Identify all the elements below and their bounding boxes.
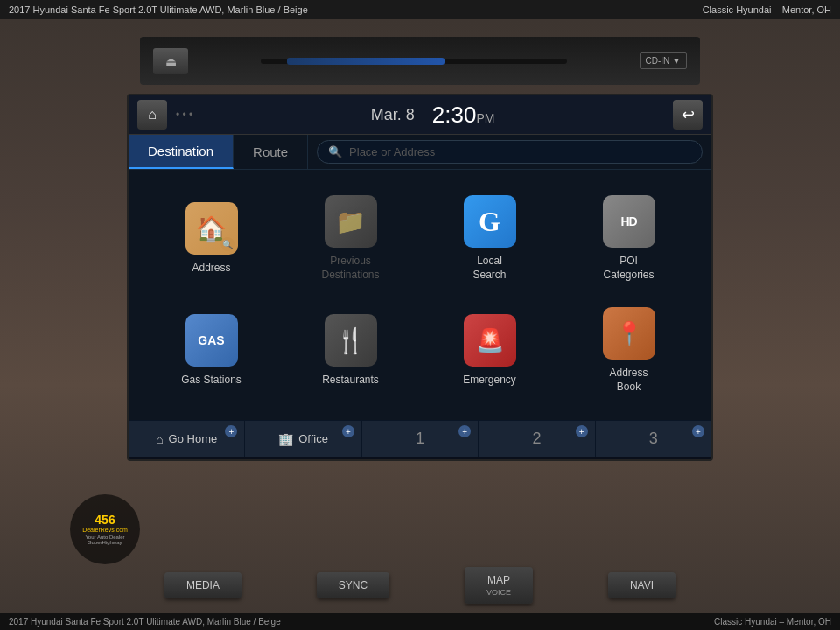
map-label: MAP [486, 574, 511, 586]
shortcut-num-3: 3 [649, 430, 658, 448]
nav-item-previous-destinations: 📁 Previous Destinations [281, 183, 420, 295]
poi-categories-icon: HD [603, 195, 655, 248]
emergency-label: Emergency [463, 374, 516, 388]
tab-route[interactable]: Route [234, 135, 308, 169]
previous-destinations-label: Previous Destinations [321, 255, 379, 282]
top-info-bar: 2017 Hyundai Santa Fe Sport 2.0T Ulitima… [0, 0, 840, 19]
clock-time: 2:30PM [432, 102, 495, 129]
clock-area: Mar. 8 2:30PM [201, 102, 664, 129]
bottom-info-bar: 2017 Hyundai Santa Fe Sport 2.0T Ulitima… [0, 612, 840, 630]
go-home-label: Go Home [169, 432, 218, 445]
navigation-grid: 🏠 🔍 Address 📁 Previous Destinations G Lo… [129, 170, 711, 420]
nav-item-emergency[interactable]: 🚨 Emergency [420, 295, 559, 407]
restaurants-icon: 🍴 [325, 314, 377, 367]
car-info-left: 2017 Hyundai Santa Fe Sport 2.0T Ulitima… [9, 4, 308, 15]
address-icon: 🏠 🔍 [186, 202, 238, 255]
dealer-nums: 456 [94, 513, 115, 527]
voice-label: VOICE [486, 588, 511, 597]
nav-item-restaurants[interactable]: 🍴 Restaurants [281, 295, 420, 407]
dealership-info: Classic Hyundai – Mentor, OH [703, 4, 831, 15]
sync-button[interactable]: SYNC [317, 572, 389, 598]
eject-button[interactable]: ⏏ [153, 48, 188, 74]
shortcut-1-plus[interactable]: + [458, 425, 471, 438]
bottom-controls: MEDIA SYNC MAP VOICE NAVI [127, 567, 713, 604]
media-button[interactable]: MEDIA [164, 572, 242, 598]
search-box: 🔍 Place or Address [308, 135, 711, 169]
screen-topbar: ⌂ • • • Mar. 8 2:30PM ↩ [129, 95, 711, 135]
restaurants-label: Restaurants [322, 374, 379, 388]
dealer-tagline: Your Auto Dealer SuperHighway [70, 533, 140, 547]
shortcut-num-2: 2 [532, 430, 541, 448]
address-book-label: Address Book [609, 367, 648, 394]
navi-button[interactable]: NAVI [608, 572, 676, 598]
shortcut-3-plus[interactable]: + [692, 425, 704, 438]
local-search-icon: G [464, 195, 516, 248]
back-button[interactable]: ↩ [673, 100, 703, 130]
gas-stations-label: Gas Stations [181, 374, 242, 388]
office-plus[interactable]: + [342, 425, 354, 438]
gas-stations-icon: GAS [186, 314, 238, 367]
shortcut-3[interactable]: 3 + [596, 421, 711, 457]
navigation-screen: ⌂ • • • Mar. 8 2:30PM ↩ Destination Rout… [127, 94, 713, 461]
shortcut-2[interactable]: 2 + [479, 421, 595, 457]
go-home-plus[interactable]: + [225, 425, 237, 438]
nav-item-address[interactable]: 🏠 🔍 Address [142, 183, 281, 295]
car-info-bottom-left: 2017 Hyundai Santa Fe Sport 2.0T Ulitima… [9, 617, 281, 626]
cd-in-label[interactable]: CD-IN ▼ [640, 52, 687, 69]
nav-item-address-book[interactable]: 📍 Address Book [559, 295, 698, 407]
nav-item-poi-categories[interactable]: HD POI Categories [559, 183, 698, 295]
search-placeholder: Place or Address [349, 145, 435, 158]
previous-destinations-icon: 📁 [325, 195, 377, 248]
nav-item-gas-stations[interactable]: GAS Gas Stations [142, 295, 281, 407]
clock-date: Mar. 8 [371, 106, 415, 124]
shortcut-1[interactable]: 1 + [362, 421, 479, 457]
dealership-info-bottom: Classic Hyundai – Mentor, OH [714, 617, 831, 626]
home-button[interactable]: ⌂ [137, 100, 167, 130]
shortcut-bar: ⌂ Go Home + 🏢 Office + 1 + 2 + 3 + [129, 420, 711, 457]
shortcut-office[interactable]: 🏢 Office + [245, 421, 361, 457]
poi-categories-label: POI Categories [603, 255, 654, 282]
cd-slot [261, 59, 567, 64]
address-label: Address [192, 262, 230, 276]
nav-item-local-search[interactable]: G Local Search [420, 183, 559, 295]
car-interior: ⏏ CD-IN ▼ ⌂ • • • Mar. 8 2:30PM ↩ Destin… [0, 19, 840, 630]
search-icon: 🔍 [328, 145, 342, 158]
emergency-icon: 🚨 [464, 314, 516, 367]
office-label: Office [298, 432, 328, 445]
shortcut-go-home[interactable]: ⌂ Go Home + [129, 421, 245, 457]
dealer-watermark: 456 DealerRevs.com Your Auto Dealer Supe… [70, 494, 140, 564]
shortcut-2-plus[interactable]: + [576, 425, 588, 438]
local-search-label: Local Search [472, 255, 506, 282]
tab-destination[interactable]: Destination [129, 135, 234, 169]
screen-dots: • • • [176, 108, 192, 121]
map-voice-button[interactable]: MAP VOICE [465, 567, 533, 604]
shortcut-num-1: 1 [416, 430, 424, 448]
cd-area: ⏏ CD-IN ▼ [140, 37, 700, 85]
address-book-icon: 📍 [603, 307, 655, 360]
tab-bar: Destination Route 🔍 Place or Address [129, 135, 711, 170]
search-input[interactable]: 🔍 Place or Address [317, 140, 703, 164]
dealer-name: DealerRevs.com [82, 527, 128, 533]
